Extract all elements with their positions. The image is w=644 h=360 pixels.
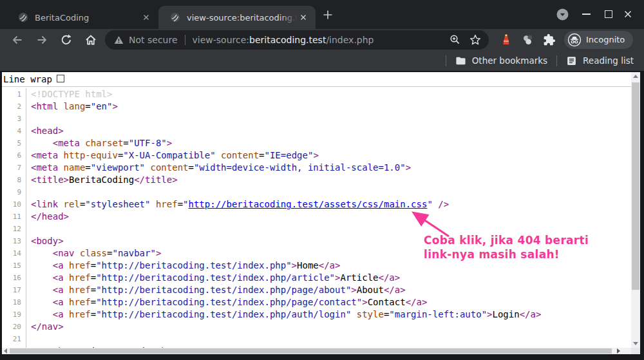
scroll-right-icon[interactable]	[617, 348, 620, 354]
source-token: "	[183, 199, 188, 209]
line-number: 19	[2, 308, 26, 321]
puzzle-icon	[543, 33, 556, 46]
source-token: "UTF-8"	[129, 138, 167, 148]
browser-tab-beritacoding[interactable]: BeritaCoding	[6, 6, 158, 29]
vertical-scrollbar[interactable]	[631, 72, 640, 348]
menu-button[interactable]	[640, 34, 644, 46]
reload-button[interactable]	[60, 33, 73, 46]
url-scheme: view-source:	[193, 35, 250, 45]
source-line: 8<title>BeritaCoding</title>	[2, 174, 631, 186]
new-tab-button[interactable]	[323, 10, 333, 20]
source-link[interactable]: http://beritacoding.test/assets/css/main…	[189, 199, 428, 209]
source-token	[58, 199, 63, 209]
close-window-button[interactable]	[624, 10, 632, 18]
source-line: 1<!DOCTYPE html>	[2, 88, 631, 100]
source-token: <meta	[31, 150, 58, 160]
source-code: 1<!DOCTYPE html>2<html lang="en">34<head…	[2, 88, 631, 348]
annotation-line-2: link-nya masih salah!	[424, 247, 589, 261]
address-bar[interactable]: Not secure view-source:beritacoding.test…	[105, 30, 489, 50]
source-token	[31, 309, 53, 319]
source-token: >	[487, 309, 492, 319]
source-token: "X-UA-Compatible"	[123, 150, 215, 160]
bookmarks-divider	[446, 55, 446, 66]
bookmarks-divider	[556, 55, 557, 66]
other-bookmarks-button[interactable]: Other bookmarks	[455, 55, 547, 66]
source-token	[64, 297, 69, 307]
source-token: <a	[53, 272, 64, 283]
source-token: <a	[53, 260, 64, 270]
source-token: >	[112, 101, 117, 111]
annotation-text: Coba klik, jika 404 berarti link-nya mas…	[424, 233, 589, 261]
line-number: 13	[2, 235, 26, 247]
scroll-down-icon[interactable]	[633, 342, 638, 345]
source-token: lang	[64, 101, 86, 111]
source-token: >	[156, 248, 161, 258]
zoom-button[interactable]	[450, 34, 460, 45]
bookmark-star-button[interactable]	[469, 34, 481, 46]
source-token: content	[221, 150, 259, 160]
source-token: >	[406, 162, 411, 173]
reading-list-icon	[566, 55, 577, 66]
source-token: </a>	[379, 272, 401, 283]
source-token: <head>	[31, 126, 64, 136]
line-number: 17	[2, 284, 26, 296]
tab-close-button[interactable]	[140, 12, 152, 23]
back-button[interactable]	[11, 33, 24, 46]
source-line: 9	[2, 186, 631, 198]
source-token: </a>	[406, 297, 428, 307]
source-token	[31, 138, 53, 148]
source-token: </title>	[134, 175, 177, 185]
line-number: 5	[2, 137, 26, 149]
source-token: =	[91, 309, 96, 319]
source-token: =	[91, 260, 96, 270]
source-token: "IE=edge"	[265, 150, 314, 160]
source-token: =	[123, 138, 128, 148]
source-token: >	[362, 297, 367, 307]
reading-list-button[interactable]: Reading list	[566, 55, 634, 66]
tab-close-button[interactable]	[298, 12, 309, 23]
chevron-down-icon	[556, 8, 569, 21]
source-token: Home	[297, 260, 319, 270]
molecule-extension-icon[interactable]	[522, 33, 535, 46]
source-token: charset	[85, 138, 123, 148]
source-token: Login	[493, 309, 520, 319]
line-number: 20	[2, 321, 26, 333]
source-token: "width=device-width, initial-scale=1.0"	[194, 162, 406, 173]
line-wrap-checkbox[interactable]	[57, 75, 64, 82]
minimize-button[interactable]	[582, 14, 591, 15]
horizontal-scrollbar-thumb[interactable]	[10, 348, 612, 354]
source-token: Contact	[368, 297, 406, 307]
scroll-up-icon[interactable]	[633, 75, 638, 78]
scroll-left-icon[interactable]	[4, 348, 7, 354]
source-line: 11</head>	[2, 211, 631, 223]
line-number: 7	[2, 162, 26, 174]
source-token: content	[150, 162, 188, 173]
source-token: <!DOCTYPE html>	[31, 89, 112, 99]
url-host: beritacoding.test	[249, 35, 326, 45]
source-line: 19 <a href="http://beritacoding.test/ind…	[2, 308, 631, 321]
source-token: <title>	[31, 175, 69, 185]
source-token: <a	[53, 297, 64, 307]
source-token: <body>	[31, 236, 64, 246]
not-secure-warning-icon[interactable]	[114, 35, 124, 44]
incognito-badge[interactable]: Incognito	[564, 31, 633, 49]
page-frame: Line wrap 1<!DOCTYPE html>2<html lang="e…	[0, 71, 644, 360]
close-icon	[300, 14, 307, 21]
vertical-scrollbar-thumb[interactable]	[632, 82, 639, 290]
horizontal-scrollbar[interactable]	[2, 348, 631, 354]
lighthouse-extension-icon[interactable]	[500, 33, 513, 46]
maximize-button[interactable]	[605, 10, 612, 18]
extensions-button[interactable]	[543, 33, 556, 46]
page-url[interactable]: view-source:beritacoding.test/index.php	[193, 35, 374, 45]
source-token: </a>	[319, 260, 341, 270]
source-token	[58, 162, 63, 173]
home-button[interactable]	[84, 33, 97, 46]
forward-arrow-icon	[35, 33, 48, 46]
browser-tab-view-source[interactable]: view-source:beritacoding.test	[158, 6, 316, 29]
forward-button[interactable]	[35, 33, 48, 46]
source-token: <meta	[31, 162, 58, 173]
source-token	[150, 199, 155, 209]
tab-search-button[interactable]	[556, 8, 569, 21]
source-token: "viewport"	[91, 162, 145, 173]
reading-list-label: Reading list	[583, 55, 634, 66]
